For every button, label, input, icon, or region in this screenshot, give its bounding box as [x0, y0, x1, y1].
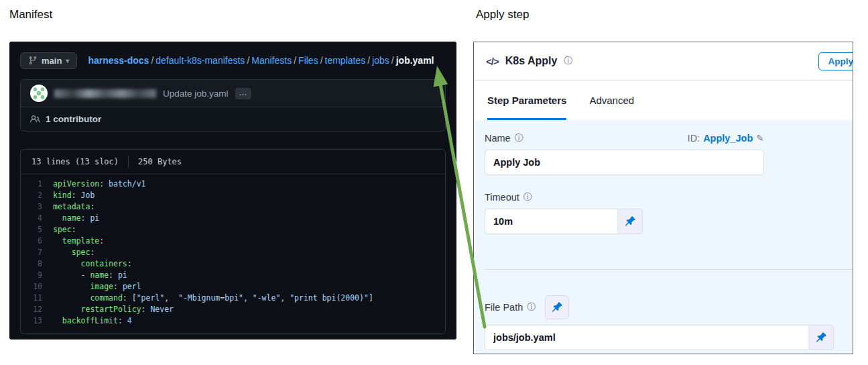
pin-icon[interactable] [808, 325, 834, 350]
line-number[interactable]: 5 [21, 224, 53, 236]
code-text: image: perl [53, 281, 141, 293]
info-icon[interactable]: ⓘ [564, 55, 572, 67]
breadcrumb-link[interactable]: jobs [372, 55, 389, 66]
code-line: 11 command: ["perl", "-Mbignum=bpi", "-w… [21, 293, 445, 304]
redacted-username [54, 89, 156, 98]
code-line: 13 backoffLimit: 4 [21, 315, 445, 327]
commit-row: Update job.yaml … [21, 80, 445, 107]
code-line: 12 restartPolicy: Never [21, 304, 445, 315]
code-text: metadata: [53, 201, 95, 213]
line-number[interactable]: 8 [21, 258, 53, 270]
latest-commit-box: Update job.yaml … 1 contributor [20, 79, 446, 132]
step-title: K8s Apply [505, 55, 558, 67]
code-line: 7 spec: [21, 247, 445, 258]
contributors-row[interactable]: 1 contributor [21, 107, 445, 131]
caret-down-icon: ▾ [66, 57, 69, 64]
breadcrumb-link[interactable]: harness-docs [88, 55, 149, 66]
commit-message[interactable]: Update job.yaml [163, 89, 229, 99]
timeout-field-group [485, 209, 643, 234]
apply-step-section-title: Apply step [476, 8, 529, 21]
code-text: restartPolicy: Never [53, 304, 174, 315]
pin-icon[interactable] [617, 209, 643, 234]
code-text: backoffLimit: 4 [53, 315, 132, 327]
code-line: 2kind: Job [21, 190, 445, 201]
timeout-input[interactable] [485, 209, 617, 234]
file-path-input[interactable] [485, 325, 808, 350]
breadcrumb: harness-docs/default-k8s-manifests/Manif… [88, 55, 434, 66]
step-header: </> K8s Apply ⓘ Apply [474, 42, 853, 81]
name-label: Name ⓘ [485, 132, 523, 144]
info-icon[interactable]: ⓘ [527, 301, 536, 313]
code-text: command: ["perl", "-Mbignum=bpi", "-wle"… [53, 293, 373, 304]
breadcrumb-current-file: job.yaml [396, 55, 434, 66]
step-parameters-form: Name ⓘ ID: Apply_Job ✎ Timeout ⓘ [474, 120, 853, 354]
file-content-box: 13 lines (13 sloc) 250 Bytes 1apiVersion… [20, 149, 446, 334]
code-icon: </> [486, 56, 499, 67]
info-icon[interactable]: ⓘ [523, 191, 532, 203]
section-divider [485, 269, 853, 270]
breadcrumb-link[interactable]: Files [298, 55, 318, 66]
line-number[interactable]: 13 [21, 315, 53, 327]
name-input[interactable] [485, 150, 764, 175]
line-number[interactable]: 7 [21, 247, 53, 258]
id-prefix: ID: [688, 133, 700, 144]
line-number[interactable]: 1 [21, 178, 53, 190]
code-text: spec: [53, 247, 95, 258]
code-line: 4 name: pi [21, 213, 445, 224]
breadcrumb-separator: / [294, 55, 296, 66]
tab-step-parameters[interactable]: Step Parameters [487, 81, 566, 120]
info-icon[interactable]: ⓘ [515, 132, 523, 144]
branch-selector[interactable]: main ▾ [20, 52, 77, 69]
breadcrumb-link[interactable]: templates [325, 55, 366, 66]
file-path-label: File Path ⓘ [485, 301, 536, 313]
code-text: name: pi [53, 213, 99, 224]
tab-advanced[interactable]: Advanced [589, 81, 634, 120]
branch-name: main [42, 56, 62, 66]
manifest-section-title: Manifest [9, 8, 52, 21]
file-size: 250 Bytes [138, 157, 182, 166]
github-file-panel: main ▾ harness-docs/default-k8s-manifest… [9, 42, 456, 340]
line-number[interactable]: 4 [21, 213, 53, 224]
breadcrumb-separator: / [247, 55, 249, 66]
breadcrumb-link[interactable]: default-k8s-manifests [156, 55, 245, 66]
code-line: 9 - name: pi [21, 270, 445, 281]
code-text: - name: pi [53, 270, 127, 281]
avatar[interactable] [30, 85, 48, 102]
file-nav-bar: main ▾ harness-docs/default-k8s-manifest… [20, 51, 446, 70]
step-id: ID: Apply_Job ✎ [688, 133, 764, 144]
file-line-count: 13 lines (13 sloc) [32, 157, 119, 166]
divider [128, 156, 129, 168]
breadcrumb-separator: / [367, 55, 370, 66]
edit-pencil-icon[interactable]: ✎ [756, 133, 764, 144]
git-branch-icon [28, 56, 38, 65]
code-line: 8 containers: [21, 258, 445, 270]
code-lines: 1apiVersion: batch/v12kind: Job3metadata… [21, 174, 445, 333]
line-number[interactable]: 6 [21, 236, 53, 247]
contributors-icon [30, 114, 40, 124]
code-text: kind: Job [53, 190, 95, 201]
contributors-label: 1 contributor [46, 114, 101, 124]
line-number[interactable]: 2 [21, 190, 53, 201]
line-number[interactable]: 12 [21, 304, 53, 315]
apply-button[interactable]: Apply [818, 52, 853, 70]
code-line: 6 template: [21, 236, 445, 247]
commit-more-button[interactable]: … [235, 88, 251, 99]
k8s-apply-step-panel: </> K8s Apply ⓘ Apply Step Parameters Ad… [473, 42, 853, 354]
code-line: 1apiVersion: batch/v1 [21, 178, 445, 190]
code-line: 10 image: perl [21, 281, 445, 293]
breadcrumb-link[interactable]: Manifests [251, 55, 292, 66]
breadcrumb-separator: / [391, 55, 394, 66]
step-tabs: Step Parameters Advanced [474, 81, 853, 120]
code-text: spec: [53, 224, 76, 236]
line-number[interactable]: 11 [21, 293, 53, 304]
line-number[interactable]: 9 [21, 270, 53, 281]
pin-icon[interactable] [545, 295, 569, 319]
timeout-label: Timeout ⓘ [485, 191, 532, 203]
breadcrumb-separator: / [151, 55, 153, 66]
line-number[interactable]: 10 [21, 281, 53, 293]
line-number[interactable]: 3 [21, 201, 53, 213]
breadcrumb-separator: / [320, 55, 323, 66]
code-line: 5spec: [21, 224, 445, 236]
code-line: 3metadata: [21, 201, 445, 213]
id-value-link[interactable]: Apply_Job [703, 133, 753, 144]
